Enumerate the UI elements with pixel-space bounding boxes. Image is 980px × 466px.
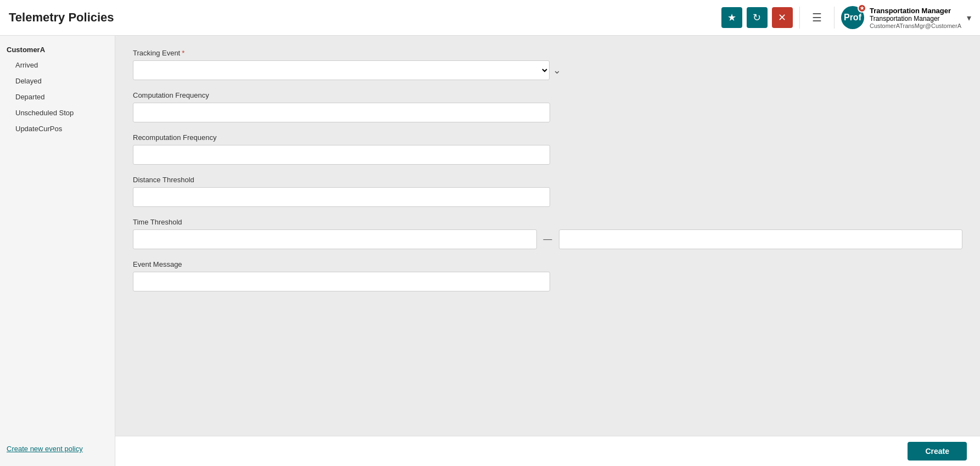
menu-icon: ☰	[812, 11, 822, 24]
form-section: Tracking Event* ⌄ Computation Frequency …	[133, 49, 962, 291]
tracking-event-select[interactable]	[133, 60, 550, 80]
sidebar-item-unscheduled-stop[interactable]: Unscheduled Stop	[0, 105, 115, 121]
event-message-input[interactable]	[133, 272, 550, 291]
sidebar-group-label: CustomerA	[0, 42, 115, 57]
close-button[interactable]: ✕	[772, 7, 793, 28]
time-threshold-start-input[interactable]	[133, 229, 537, 249]
refresh-button[interactable]: ↻	[747, 7, 768, 28]
create-button[interactable]: Create	[908, 442, 967, 461]
main-layout: CustomerA Arrived Delayed Departed Unsch…	[0, 36, 980, 466]
user-email: CustomerATransMgr@CustomerA	[870, 23, 961, 29]
tracking-event-label: Tracking Event*	[133, 49, 962, 57]
tracking-event-group: Tracking Event* ⌄	[133, 49, 962, 80]
avatar-badge: ★	[858, 4, 866, 13]
recomputation-frequency-label: Recomputation Frequency	[133, 133, 962, 142]
bottom-bar: Create	[115, 436, 980, 466]
sidebar-item-arrived[interactable]: Arrived	[0, 57, 115, 73]
refresh-icon: ↻	[753, 12, 761, 24]
event-message-label: Event Message	[133, 260, 962, 268]
recomputation-frequency-group: Recomputation Frequency	[133, 133, 962, 165]
tracking-event-required: *	[182, 49, 184, 57]
header-divider2	[834, 7, 835, 29]
time-threshold-row: —	[133, 229, 962, 249]
time-threshold-label: Time Threshold	[133, 218, 962, 226]
header-actions: ★ ↻ ✕ ☰ Prof ★ Transportation Manager Tr…	[721, 6, 971, 29]
sidebar-item-updatecurpos[interactable]: UpdateCurPos	[0, 121, 115, 137]
computation-frequency-label: Computation Frequency	[133, 91, 962, 99]
sidebar-item-departed[interactable]: Departed	[0, 89, 115, 105]
user-subtitle: Transportation Manager	[870, 15, 961, 23]
distance-threshold-label: Distance Threshold	[133, 176, 962, 184]
user-section: Prof ★ Transportation Manager Transporta…	[841, 6, 971, 29]
avatar: Prof ★	[841, 6, 864, 29]
main-content: Tracking Event* ⌄ Computation Frequency …	[115, 36, 980, 466]
create-new-event-policy-link[interactable]: Create new event policy	[7, 445, 83, 453]
sidebar-item-delayed[interactable]: Delayed	[0, 73, 115, 89]
app-header: Telemetry Policies ★ ↻ ✕ ☰ Prof ★ Transp…	[0, 0, 980, 36]
menu-button[interactable]: ☰	[807, 7, 827, 28]
event-message-group: Event Message	[133, 260, 962, 291]
user-role: Transportation Manager	[870, 7, 961, 15]
user-info: Transportation Manager Transportation Ma…	[870, 7, 961, 29]
distance-threshold-group: Distance Threshold	[133, 176, 962, 207]
computation-frequency-group: Computation Frequency	[133, 91, 962, 122]
user-dropdown-arrow[interactable]: ▾	[967, 13, 971, 23]
time-threshold-group: Time Threshold —	[133, 218, 962, 249]
star-icon: ★	[727, 12, 736, 24]
distance-threshold-input[interactable]	[133, 187, 550, 207]
header-divider	[799, 7, 800, 29]
recomputation-frequency-input[interactable]	[133, 145, 550, 165]
computation-frequency-input[interactable]	[133, 103, 550, 122]
sidebar-content: CustomerA Arrived Delayed Departed Unsch…	[0, 42, 115, 137]
close-icon: ✕	[778, 12, 786, 24]
tracking-event-wrapper: ⌄	[133, 60, 561, 80]
sidebar-footer: Create new event policy	[0, 437, 115, 459]
tracking-event-chevron-icon[interactable]: ⌄	[553, 64, 561, 76]
range-dash: —	[544, 234, 552, 244]
time-threshold-end-input[interactable]	[559, 229, 963, 249]
star-button[interactable]: ★	[721, 7, 742, 28]
page-title: Telemetry Policies	[9, 10, 114, 25]
sidebar: CustomerA Arrived Delayed Departed Unsch…	[0, 36, 115, 466]
